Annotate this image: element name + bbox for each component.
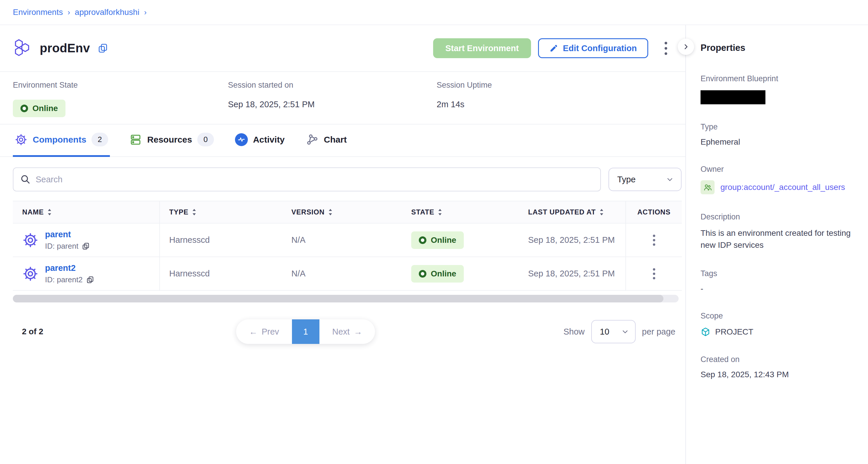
main-layout: prodEnv Start Environment Edit Configura… [0,25,868,464]
next-page-button[interactable]: Next → [319,319,375,344]
tags-label: Tags [701,269,856,278]
owner-group-link[interactable]: group:account/_account_all_users [720,183,845,192]
edit-configuration-label: Edit Configuration [563,43,637,53]
row-more-options-button[interactable] [648,232,660,248]
table-row: parent ID: parent Harnesscd N/A [13,223,682,257]
column-header-state-label: STATE [411,208,434,216]
breadcrumb-environments-link[interactable]: Environments [13,8,63,17]
search-input[interactable] [13,167,601,191]
page-size-dropdown[interactable]: 10 [591,320,636,343]
start-environment-button[interactable]: Start Environment [433,38,531,58]
status-dot-icon [419,237,426,244]
tab-resources-label: Resources [147,135,192,145]
tab-chart-label: Chart [324,135,347,145]
environment-title-group: prodEnv [13,38,108,58]
component-actions-cell [625,223,682,256]
created-on-label: Created on [701,355,856,364]
column-header-version[interactable]: VERSION [282,201,402,223]
type-value: Ephemeral [701,137,856,147]
collapse-panel-button[interactable] [678,38,694,55]
header-more-options-button[interactable] [659,39,673,58]
column-header-version-label: VERSION [291,208,325,216]
column-header-last-updated[interactable]: LAST UPDATED AT [519,201,625,223]
next-label: Next [332,327,350,337]
breadcrumb-project-link[interactable]: approvalforkhushi [75,8,140,17]
tab-components-label: Components [33,135,86,145]
copy-id-icon[interactable] [86,276,94,284]
component-link[interactable]: parent [45,230,90,239]
pagination-bar: 2 of 2 ← Prev 1 Next → Show 10 [13,319,682,344]
left-arrow-icon: ← [249,327,257,337]
properties-panel: Properties Environment Blueprint Type Ep… [685,25,868,464]
session-uptime-label: Session Uptime [437,81,492,90]
tab-chart[interactable]: Chart [304,124,348,157]
components-table: NAME TYPE VERSION STATE [13,201,682,291]
component-name-stack: parent ID: parent [45,230,90,251]
prev-page-button[interactable]: ← Prev [236,319,292,344]
status-dot-icon [419,270,426,278]
breadcrumb: Environments › approvalforkhushi › [0,0,868,25]
scatter-chart-icon [306,133,318,146]
description-label: Description [701,212,856,221]
session-uptime-value: 2m 14s [437,100,492,109]
edit-configuration-button[interactable]: Edit Configuration [538,38,648,58]
sort-icon [192,208,196,216]
chevron-down-icon [621,328,629,336]
table-header-row: NAME TYPE VERSION STATE [13,201,682,223]
sort-icon [48,208,52,216]
session-started-block: Session started on Sep 18, 2025, 2:51 PM [228,81,437,124]
copy-name-icon[interactable] [98,43,108,54]
component-name-cell: parent ID: parent [13,223,160,256]
type-filter-dropdown[interactable]: Type [609,168,682,191]
column-header-actions-label: ACTIONS [638,208,671,216]
description-value: This is an environment created for testi… [701,227,856,251]
scope-row: PROJECT [701,327,856,337]
blueprint-redacted-value [701,90,766,104]
column-header-last-updated-label: LAST UPDATED AT [528,208,596,216]
horizontal-scrollbar[interactable] [13,295,679,302]
sort-icon [328,208,333,216]
search-box [13,167,601,191]
component-link[interactable]: parent2 [45,263,94,273]
search-icon [20,174,31,185]
environment-detail-content: prodEnv Start Environment Edit Configura… [0,25,685,464]
copy-id-icon[interactable] [82,242,90,250]
tab-bar: Components 2 Resources 0 Activity [0,124,685,157]
gear-icon [14,133,28,146]
column-header-state[interactable]: STATE [402,201,519,223]
session-started-value: Sep 18, 2025, 2:51 PM [228,100,437,109]
component-name-cell: parent2 ID: parent2 [13,257,160,290]
page-size-value: 10 [600,327,609,337]
prev-label: Prev [261,327,279,337]
column-header-name[interactable]: NAME [13,201,160,223]
page-number-button[interactable]: 1 [292,319,319,344]
component-version-cell: N/A [282,257,402,290]
component-id: ID: parent2 [45,275,94,284]
scrollbar-thumb[interactable] [13,295,663,302]
column-header-actions: ACTIONS [625,201,682,223]
type-label: Type [701,122,856,131]
tab-components[interactable]: Components 2 [13,124,110,157]
pagination-total: 2 of 2 [22,327,43,336]
chevron-right-icon [682,43,689,50]
online-status-badge: Online [13,100,65,117]
filter-row: Type [13,167,682,191]
right-arrow-icon: → [353,327,362,337]
per-page-label: per page [642,327,676,337]
environment-state-block: Environment State Online [13,81,228,124]
tab-components-count: 2 [91,133,108,146]
row-more-options-button[interactable] [648,266,660,282]
people-icon [703,183,712,192]
scope-label: Scope [701,311,856,320]
component-gear-icon [22,232,38,248]
component-state-cell: Online [402,223,519,256]
component-name-stack: parent2 ID: parent2 [45,263,94,284]
tab-resources[interactable]: Resources 0 [127,124,216,157]
page-size-control: Show 10 per page [563,320,675,343]
online-status-badge: Online [411,231,464,249]
server-icon [129,133,142,146]
component-type-cell: Harnesscd [160,257,282,290]
column-header-type[interactable]: TYPE [160,201,282,223]
tab-activity[interactable]: Activity [233,124,286,157]
environment-state-label: Environment State [13,81,228,90]
